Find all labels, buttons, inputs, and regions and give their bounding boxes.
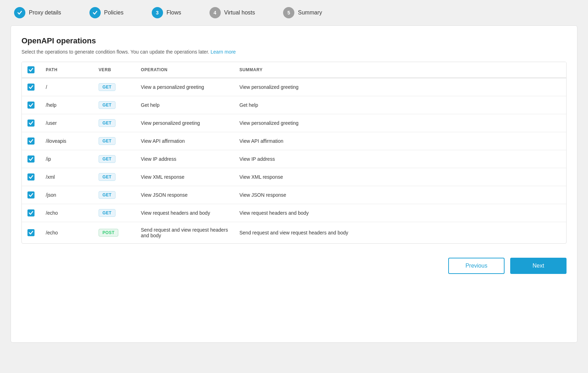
row-path: / xyxy=(40,78,93,96)
step-virtual-hosts[interactable]: 4 Virtual hosts xyxy=(209,7,255,18)
row-summary: Send request and view request headers an… xyxy=(234,222,566,244)
main-content: OpenAPI operations Select the operations… xyxy=(11,25,577,343)
row-checkbox-cell xyxy=(22,222,40,244)
row-summary: View IP address xyxy=(234,150,566,168)
row-checkbox-cell xyxy=(22,168,40,186)
operations-table-container: PATH VERB OPERATION SUMMARY xyxy=(21,62,567,244)
row-summary: View XML response xyxy=(234,168,566,186)
verb-badge: POST xyxy=(99,229,118,237)
th-summary: SUMMARY xyxy=(234,62,566,78)
row-verb: POST xyxy=(93,222,135,244)
row-checkbox-cell xyxy=(22,150,40,168)
table-row: /echo GET View request headers and body … xyxy=(22,204,566,222)
verb-badge: GET xyxy=(99,101,115,109)
row-checkbox[interactable] xyxy=(27,120,35,127)
row-path: /xml xyxy=(40,168,93,186)
table-row: /help GET Get help Get help xyxy=(22,96,566,114)
row-checkbox-cell xyxy=(22,204,40,222)
row-operation: View XML response xyxy=(135,168,234,186)
row-path: /echo xyxy=(40,222,93,244)
learn-more-link[interactable]: Learn more xyxy=(211,49,236,55)
row-checkbox[interactable] xyxy=(27,229,35,236)
row-verb: GET xyxy=(93,204,135,222)
verb-badge: GET xyxy=(99,119,115,127)
row-operation: View a personalized greeting xyxy=(135,78,234,96)
footer-buttons: Previous Next xyxy=(21,252,567,274)
step-summary[interactable]: 5 Summary xyxy=(283,7,322,18)
row-operation: View IP address xyxy=(135,150,234,168)
row-operation: View API affirmation xyxy=(135,132,234,150)
step-label-policies: Policies xyxy=(104,10,124,16)
row-checkbox[interactable] xyxy=(27,155,35,163)
step-flows[interactable]: 3 Flows xyxy=(152,7,181,18)
table-row: /xml GET View XML response View XML resp… xyxy=(22,168,566,186)
row-checkbox-cell xyxy=(22,186,40,204)
row-operation: View request headers and body xyxy=(135,204,234,222)
previous-button[interactable]: Previous xyxy=(448,258,505,274)
table-row: /ip GET View IP address View IP address xyxy=(22,150,566,168)
step-circle-policies xyxy=(89,7,101,18)
row-verb: GET xyxy=(93,78,135,96)
row-summary: View JSON response xyxy=(234,186,566,204)
table-header-row: PATH VERB OPERATION SUMMARY xyxy=(22,62,566,78)
row-path: /json xyxy=(40,186,93,204)
row-verb: GET xyxy=(93,150,135,168)
row-checkbox[interactable] xyxy=(27,191,35,198)
step-circle-flows: 3 xyxy=(152,7,163,18)
verb-badge: GET xyxy=(99,173,115,181)
row-checkbox[interactable] xyxy=(27,102,35,109)
stepper: Proxy details Policies 3 Flows 4 Virtual… xyxy=(0,0,588,25)
row-operation: View JSON response xyxy=(135,186,234,204)
row-checkbox[interactable] xyxy=(27,209,35,216)
th-operation: OPERATION xyxy=(135,62,234,78)
row-path: /iloveapis xyxy=(40,132,93,150)
step-label-summary: Summary xyxy=(298,10,322,16)
row-summary: Get help xyxy=(234,96,566,114)
table-row: / GET View a personalized greeting View … xyxy=(22,78,566,96)
row-verb: GET xyxy=(93,96,135,114)
row-path: /user xyxy=(40,114,93,132)
table-row: /echo POST Send request and view request… xyxy=(22,222,566,244)
step-circle-virtual-hosts: 4 xyxy=(209,7,221,18)
step-label-proxy-details: Proxy details xyxy=(29,10,61,16)
row-verb: GET xyxy=(93,114,135,132)
step-policies[interactable]: Policies xyxy=(89,7,124,18)
operations-table: PATH VERB OPERATION SUMMARY xyxy=(22,62,566,243)
row-checkbox-cell xyxy=(22,96,40,114)
verb-badge: GET xyxy=(99,191,115,199)
row-checkbox[interactable] xyxy=(27,84,35,91)
verb-badge: GET xyxy=(99,209,115,217)
th-verb: VERB xyxy=(93,62,135,78)
verb-badge: GET xyxy=(99,83,115,91)
step-proxy-details[interactable]: Proxy details xyxy=(14,7,61,18)
row-path: /echo xyxy=(40,204,93,222)
row-path: /help xyxy=(40,96,93,114)
verb-badge: GET xyxy=(99,155,115,163)
step-label-virtual-hosts: Virtual hosts xyxy=(224,10,255,16)
row-checkbox[interactable] xyxy=(27,137,35,145)
row-operation: View personalized greeting xyxy=(135,114,234,132)
verb-badge: GET xyxy=(99,137,115,145)
table-row: /iloveapis GET View API affirmation View… xyxy=(22,132,566,150)
row-verb: GET xyxy=(93,186,135,204)
row-checkbox-cell xyxy=(22,132,40,150)
table-row: /user GET View personalized greeting Vie… xyxy=(22,114,566,132)
row-summary: View API affirmation xyxy=(234,132,566,150)
row-operation: Get help xyxy=(135,96,234,114)
row-checkbox[interactable] xyxy=(27,173,35,181)
table-row: /json GET View JSON response View JSON r… xyxy=(22,186,566,204)
row-checkbox-cell xyxy=(22,114,40,132)
section-title: OpenAPI operations xyxy=(21,36,567,45)
row-path: /ip xyxy=(40,150,93,168)
select-all-checkbox[interactable] xyxy=(27,66,35,73)
step-label-flows: Flows xyxy=(167,10,181,16)
row-summary: View request headers and body xyxy=(234,204,566,222)
section-description: Select the operations to generate condit… xyxy=(21,49,567,55)
step-circle-summary: 5 xyxy=(283,7,294,18)
row-verb: GET xyxy=(93,132,135,150)
row-checkbox-cell xyxy=(22,78,40,96)
step-circle-proxy-details xyxy=(14,7,25,18)
row-verb: GET xyxy=(93,168,135,186)
next-button[interactable]: Next xyxy=(510,258,567,274)
row-summary: View personalized greeting xyxy=(234,114,566,132)
